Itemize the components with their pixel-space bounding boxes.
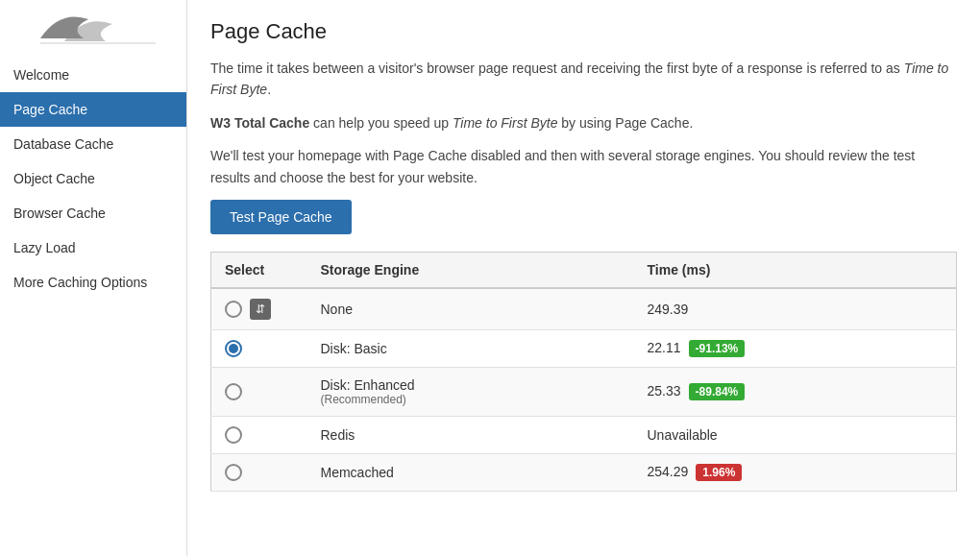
radio-disk-basic[interactable]: [225, 340, 242, 357]
main-content: Page Cache The time it takes between a v…: [187, 0, 980, 556]
sidebar-item-more-caching[interactable]: More Caching Options: [0, 265, 186, 300]
test-page-cache-button[interactable]: Test Page Cache: [210, 200, 352, 234]
engine-cell-none: None: [307, 288, 634, 330]
col-header-time: Time (ms): [634, 252, 957, 288]
badge-disk-basic: -91.13%: [689, 340, 746, 357]
sidebar-item-browser-cache[interactable]: Browser Cache: [0, 196, 186, 230]
table-row: Disk: Enhanced(Recommended)25.33-89.84%: [211, 367, 957, 416]
sidebar: WelcomePage CacheDatabase CacheObject Ca…: [0, 0, 187, 556]
table-row: Disk: Basic22.11-91.13%: [211, 329, 957, 367]
table-row: ⇵None249.39: [211, 288, 957, 330]
sidebar-item-object-cache[interactable]: Object Cache: [0, 161, 186, 196]
time-cell-redis: Unavailable: [634, 416, 957, 453]
page-title: Page Cache: [210, 19, 957, 44]
radio-disk-enhanced[interactable]: [225, 383, 242, 400]
select-cell-memcached: [211, 453, 307, 491]
sort-icon[interactable]: ⇵: [250, 299, 271, 320]
radio-none[interactable]: [225, 301, 242, 318]
time-cell-disk-enhanced: 25.33-89.84%: [634, 367, 957, 416]
time-cell-disk-basic: 22.11-91.13%: [634, 329, 957, 367]
badge-disk-enhanced: -89.84%: [689, 383, 746, 400]
select-cell-none: ⇵: [211, 288, 307, 330]
sidebar-nav: WelcomePage CacheDatabase CacheObject Ca…: [0, 58, 186, 300]
cache-results-table: Select Storage Engine Time (ms) ⇵None249…: [210, 252, 957, 492]
radio-redis[interactable]: [225, 426, 242, 444]
badge-memcached: 1.96%: [696, 464, 742, 481]
sidebar-item-welcome[interactable]: Welcome: [0, 58, 186, 92]
engine-cell-disk-basic: Disk: Basic: [307, 329, 634, 367]
table-row: Memcached254.291.96%: [211, 453, 957, 491]
time-cell-memcached: 254.291.96%: [634, 453, 957, 491]
logo-icon: [31, 5, 156, 48]
select-cell-redis: [211, 416, 307, 453]
col-header-select: Select: [211, 252, 307, 288]
engine-cell-memcached: Memcached: [307, 453, 634, 491]
engine-cell-disk-enhanced: Disk: Enhanced(Recommended): [307, 367, 634, 416]
sidebar-item-database-cache[interactable]: Database Cache: [0, 127, 186, 161]
desc1: The time it takes between a visitor's br…: [210, 58, 957, 101]
table-row: RedisUnavailable: [211, 416, 957, 453]
select-cell-disk-basic: [211, 329, 307, 367]
engine-cell-redis: Redis: [307, 416, 634, 453]
col-header-engine: Storage Engine: [307, 252, 634, 288]
desc3: We'll test your homepage with Page Cache…: [210, 145, 957, 188]
engine-sub-disk-enhanced: (Recommended): [321, 393, 621, 406]
desc2: W3 Total Cache can help you speed up Tim…: [210, 112, 957, 133]
sidebar-item-page-cache[interactable]: Page Cache: [0, 92, 186, 127]
radio-memcached[interactable]: [225, 464, 242, 481]
time-cell-none: 249.39: [634, 288, 957, 330]
select-cell-disk-enhanced: [211, 367, 307, 416]
sidebar-item-lazy-load[interactable]: Lazy Load: [0, 230, 186, 265]
